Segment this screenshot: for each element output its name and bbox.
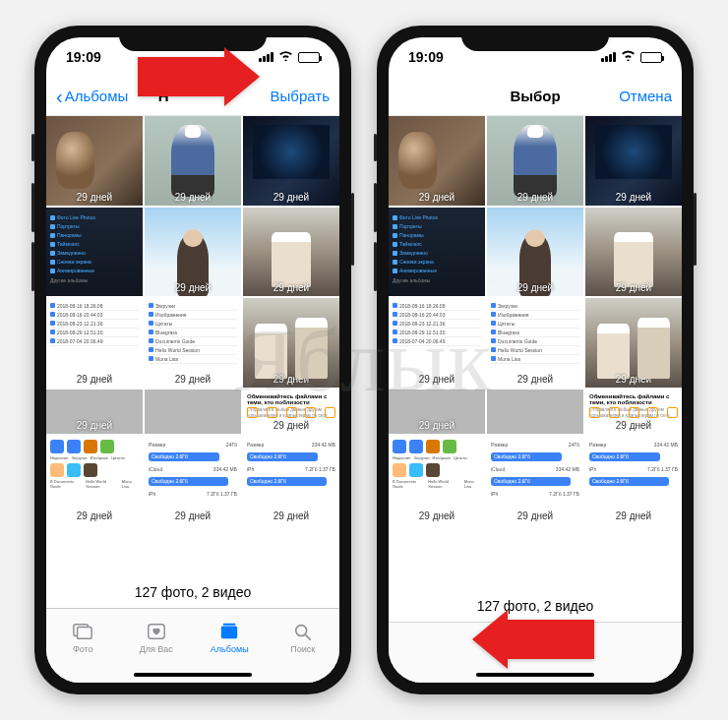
thumb[interactable]: 29 дней xyxy=(145,116,241,206)
back-label: Альбомы xyxy=(65,88,129,104)
battery-icon xyxy=(640,52,662,63)
days-label: 29 дней xyxy=(175,282,211,293)
signal-icon xyxy=(601,52,616,62)
days-label: 29 дней xyxy=(175,510,211,521)
days-label: 29 дней xyxy=(616,192,651,203)
thumb[interactable]: 29 дней xyxy=(487,116,583,206)
svg-rect-1 xyxy=(78,627,92,638)
thumb[interactable]: Загрузки Изображения Цитаты Bluegrass Do… xyxy=(487,298,583,388)
days-label: 29 дней xyxy=(616,510,651,521)
wifi-icon xyxy=(278,50,293,64)
thumb[interactable]: Размер334.42 МБ Свободно 2.6Гб iPh7.2Гб … xyxy=(585,436,682,525)
wifi-icon xyxy=(621,50,636,64)
thumb[interactable]: 29 дней xyxy=(389,390,485,434)
days-label: 29 дней xyxy=(616,282,651,293)
thumb[interactable] xyxy=(487,390,583,434)
heart-icon: ♡ xyxy=(149,283,156,293)
svg-line-6 xyxy=(305,634,310,639)
thumb[interactable]: Размер24Гб Свободно 2.6Гб iCloud334.42 М… xyxy=(487,436,583,525)
thumb[interactable]: ♡29 дней xyxy=(145,208,241,297)
days-label: 29 дней xyxy=(77,192,112,203)
thumb[interactable]: Обменивайтесь файлами с теми, кто поблиз… xyxy=(243,390,339,434)
thumb[interactable]: Размер334.42 МБ Свободно 2.6Гб iPh7.2Гб … xyxy=(243,436,339,525)
days-label: 29 дней xyxy=(616,420,651,431)
status-time: 19:09 xyxy=(408,49,444,65)
phone-frame-right: 19:09 Выбор Отмена 29 дней 29 дней xyxy=(377,26,694,694)
thumb[interactable]: Фото Live Photos Портреты Панорамы Таймл… xyxy=(389,208,485,297)
heart-icon: ♡ xyxy=(491,283,499,293)
days-label: 29 дней xyxy=(419,374,455,385)
days-label: 29 дней xyxy=(273,510,309,521)
svg-point-5 xyxy=(295,625,306,635)
albums-icon xyxy=(217,621,241,642)
tab-label: Для Вас xyxy=(140,644,173,654)
svg-rect-3 xyxy=(221,626,237,638)
thumb[interactable]: 29 дней xyxy=(243,208,339,297)
tab-label: Поиск xyxy=(290,644,315,654)
tab-label: Фото xyxy=(73,644,93,654)
select-button[interactable]: Выбрать xyxy=(271,88,330,104)
home-indicator[interactable] xyxy=(476,673,594,677)
nav-title: Выбор xyxy=(510,88,560,104)
thumb[interactable]: Загрузки Изображения Цитаты Bluegrass Do… xyxy=(145,298,241,388)
tab-albums[interactable]: Альбомы xyxy=(193,609,267,665)
days-label: 29 дней xyxy=(616,374,651,385)
days-label: 29 дней xyxy=(419,510,455,521)
days-label: 29 дней xyxy=(517,374,553,385)
days-label: 29 дней xyxy=(77,420,112,431)
thumb[interactable]: НедавниеЗагрузкиИзображеЦитаты B Documen… xyxy=(389,436,485,525)
tab-search[interactable]: Поиск xyxy=(267,609,340,665)
days-label: 29 дней xyxy=(419,192,455,203)
days-label: 29 дней xyxy=(273,192,309,203)
battery-icon xyxy=(298,52,320,63)
cancel-button[interactable]: Отмена xyxy=(619,88,672,104)
thumb[interactable]: 29 дней xyxy=(46,390,143,434)
days-label: 29 дней xyxy=(273,420,309,431)
thumb[interactable]: 29 дней xyxy=(585,116,682,206)
thumb[interactable]: Обменивайтесь файлами с теми, кто поблиз… xyxy=(585,390,682,434)
photo-grid[interactable]: 29 дней 29 дней 29 дней Фото Live Photos… xyxy=(46,116,339,572)
thumb[interactable]: 29 дней xyxy=(389,116,485,206)
home-indicator[interactable] xyxy=(134,673,252,677)
photo-grid[interactable]: 29 дней 29 дней 29 дней Фото Live Photos… xyxy=(389,116,682,586)
days-label: 29 дней xyxy=(419,420,455,431)
thumb[interactable]: 29 дней xyxy=(46,116,143,206)
signal-icon xyxy=(259,52,273,62)
nav-bar: Выбор Отмена xyxy=(389,77,682,116)
thumb[interactable]: ♡29 дней xyxy=(487,208,583,297)
heart-icon xyxy=(145,621,168,642)
photos-icon xyxy=(71,621,94,642)
thumb[interactable]: Размер24Гб Свободно 2.6Гб iCloud334.42 М… xyxy=(145,436,241,525)
tab-photos[interactable]: Фото xyxy=(46,609,120,665)
thumb[interactable]: 2018-08-16 18.26.08 2018-08-16 20.44.03 … xyxy=(389,298,485,388)
thumb[interactable]: 2018-08-16 18.26.08 2018-08-16 20.44.03 … xyxy=(46,298,143,388)
summary-label: 127 фото, 2 видео xyxy=(46,572,339,608)
thumb[interactable]: 29 дней xyxy=(585,298,682,388)
days-label: 29 дней xyxy=(77,510,112,521)
annotation-arrow-delete xyxy=(472,610,594,669)
svg-rect-4 xyxy=(223,623,236,625)
days-label: 29 дней xyxy=(517,510,553,521)
back-button[interactable]: ‹ Альбомы xyxy=(56,88,128,104)
annotation-arrow-select xyxy=(138,47,260,106)
days-label: 29 дней xyxy=(175,374,211,385)
days-label: 29 дней xyxy=(517,192,553,203)
thumb[interactable]: Фото Live Photos Портреты Панорамы Таймл… xyxy=(46,208,143,297)
days-label: 29 дней xyxy=(517,282,553,293)
thumb[interactable] xyxy=(145,390,241,434)
tab-label: Альбомы xyxy=(211,644,249,654)
search-icon xyxy=(291,621,315,642)
status-time: 19:09 xyxy=(66,49,101,65)
tab-bar: Фото Для Вас Альбомы Поиск xyxy=(46,608,339,665)
phone-frame-left: 19:09 ‹ Альбомы Н Выбрать xyxy=(34,26,351,694)
thumb[interactable]: НедавниеЗагрузкиИзображеЦитаты B Documen… xyxy=(46,436,143,525)
thumb[interactable]: 29 дней xyxy=(243,298,339,388)
days-label: 29 дней xyxy=(77,374,112,385)
tab-foryou[interactable]: Для Вас xyxy=(120,609,194,665)
days-label: 29 дней xyxy=(175,192,211,203)
days-label: 29 дней xyxy=(273,282,309,293)
thumb[interactable]: 29 дней xyxy=(243,116,339,206)
thumb[interactable]: 29 дней xyxy=(585,208,682,297)
days-label: 29 дней xyxy=(273,374,309,385)
